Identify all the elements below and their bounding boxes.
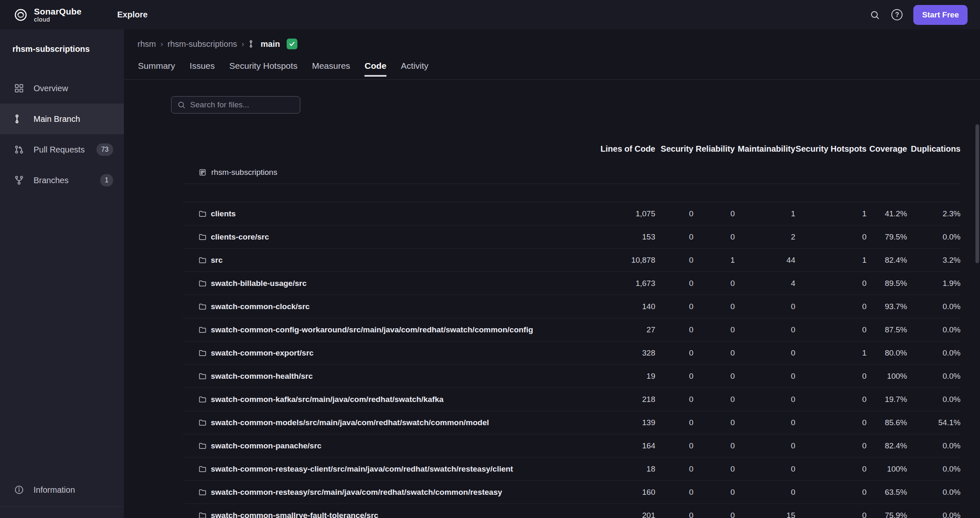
folder-name-link[interactable]: clients bbox=[211, 209, 236, 218]
table-spacer-row bbox=[183, 184, 961, 202]
nav-explore[interactable]: Explore bbox=[117, 10, 147, 19]
tab-activity[interactable]: Activity bbox=[401, 61, 429, 77]
coverage-value: 19.7% bbox=[867, 395, 907, 404]
security-value: 0 bbox=[655, 302, 693, 311]
tab-summary[interactable]: Summary bbox=[138, 61, 175, 77]
sidebar-item-branches[interactable]: Branches 1 bbox=[0, 165, 124, 196]
tab-security-hotspots[interactable]: Security Hotspots bbox=[229, 61, 298, 77]
sidebar-project-title: rhsm-subscriptions bbox=[0, 29, 124, 54]
folder-name-link[interactable]: swatch-common-config-workaround/src/main… bbox=[211, 325, 533, 334]
branch-name: main bbox=[261, 39, 280, 49]
tab-code[interactable]: Code bbox=[364, 61, 386, 77]
folder-name-link[interactable]: swatch-billable-usage/src bbox=[211, 279, 307, 288]
breadcrumb-org[interactable]: rhsm bbox=[138, 39, 156, 49]
table-row[interactable]: clients-core/src 153 0 0 2 0 79.5% 0.0% bbox=[183, 225, 961, 249]
project-icon bbox=[198, 168, 207, 177]
folder-name-link[interactable]: swatch-common-models/src/main/java/com/r… bbox=[211, 418, 489, 427]
duplications-value: 0.0% bbox=[907, 232, 961, 242]
brand-sub: cloud bbox=[34, 16, 82, 23]
folder-icon bbox=[198, 511, 207, 518]
code-content: Lines of Code Security Reliability Maint… bbox=[124, 80, 980, 518]
table-row[interactable]: swatch-common-health/src 19 0 0 0 0 100%… bbox=[183, 365, 961, 388]
table-row[interactable]: swatch-common-export/src 328 0 0 0 1 80.… bbox=[183, 341, 961, 365]
sonarqube-logo[interactable]: SonarQube cloud bbox=[12, 7, 82, 23]
topbar-right: ? Start Free bbox=[869, 5, 968, 25]
security-value: 0 bbox=[655, 349, 693, 358]
folder-name-link[interactable]: swatch-common-kafka/src/main/java/com/re… bbox=[211, 395, 444, 404]
table-row[interactable]: swatch-common-kafka/src/main/java/com/re… bbox=[183, 388, 961, 411]
security-hotspots-value: 0 bbox=[795, 511, 867, 518]
table-row[interactable]: swatch-common-smallrye-fault-tolerance/s… bbox=[183, 504, 961, 518]
folder-cell: clients bbox=[183, 209, 593, 218]
reliability-value: 0 bbox=[693, 395, 735, 404]
folder-name-link[interactable]: swatch-common-smallrye-fault-tolerance/s… bbox=[211, 511, 378, 518]
folder-name-link[interactable]: swatch-common-export/src bbox=[211, 349, 314, 358]
tab-measures[interactable]: Measures bbox=[312, 61, 350, 77]
reliability-value: 0 bbox=[693, 372, 735, 381]
folder-name-link[interactable]: src bbox=[211, 256, 223, 265]
breadcrumb-project[interactable]: rhsm-subscriptions bbox=[167, 39, 237, 49]
security-hotspots-value: 0 bbox=[795, 325, 867, 334]
table-row[interactable]: swatch-common-clock/src 140 0 0 0 0 93.7… bbox=[183, 295, 961, 318]
duplications-value: 0.0% bbox=[907, 441, 961, 450]
table-row[interactable]: swatch-common-resteasy/src/main/java/com… bbox=[183, 481, 961, 504]
table-row[interactable]: swatch-common-config-workaround/src/main… bbox=[183, 318, 961, 341]
maintainability-value: 0 bbox=[735, 395, 795, 404]
security-hotspots-value: 0 bbox=[795, 488, 867, 497]
folder-cell: swatch-common-config-workaround/src/main… bbox=[183, 325, 593, 334]
table-row[interactable]: swatch-common-resteasy-client/src/main/j… bbox=[183, 457, 961, 481]
help-icon[interactable]: ? bbox=[891, 9, 903, 20]
table-row[interactable]: swatch-common-models/src/main/java/com/r… bbox=[183, 411, 961, 434]
folder-icon bbox=[198, 326, 207, 334]
sidebar-item-main-branch[interactable]: Main Branch bbox=[0, 104, 124, 134]
maintainability-value: 0 bbox=[735, 302, 795, 311]
security-hotspots-value: 0 bbox=[795, 395, 867, 404]
search-icon[interactable] bbox=[869, 9, 881, 21]
scrollbar-thumb[interactable] bbox=[975, 124, 979, 263]
folder-name-link[interactable]: swatch-common-clock/src bbox=[211, 302, 310, 311]
lines-of-code-value: 19 bbox=[593, 372, 655, 381]
folder-icon bbox=[198, 256, 207, 264]
maintainability-value: 2 bbox=[735, 232, 795, 242]
sidebar-item-overview[interactable]: Overview bbox=[0, 73, 124, 104]
folder-icon bbox=[198, 465, 207, 473]
reliability-value: 0 bbox=[693, 302, 735, 311]
folder-name-link[interactable]: swatch-common-panache/src bbox=[211, 441, 321, 450]
sonarqube-logo-icon bbox=[12, 7, 29, 23]
table-row[interactable]: swatch-common-panache/src 164 0 0 0 0 82… bbox=[183, 434, 961, 457]
security-hotspots-value: 0 bbox=[795, 302, 867, 311]
folder-cell: swatch-common-resteasy-client/src/main/j… bbox=[183, 465, 593, 474]
table-row[interactable]: swatch-billable-usage/src 1,673 0 0 4 0 … bbox=[183, 272, 961, 295]
folder-cell: swatch-common-clock/src bbox=[183, 302, 593, 311]
security-hotspots-value: 0 bbox=[795, 441, 867, 450]
tab-issues[interactable]: Issues bbox=[190, 61, 215, 77]
reliability-value: 1 bbox=[693, 256, 735, 265]
folder-name-link[interactable]: swatch-common-health/src bbox=[211, 372, 313, 381]
maintainability-value: 0 bbox=[735, 325, 795, 334]
project-root-name: rhsm-subscriptions bbox=[211, 168, 277, 177]
branch-selector[interactable]: main bbox=[249, 39, 280, 49]
start-free-button[interactable]: Start Free bbox=[913, 5, 968, 25]
security-value: 0 bbox=[655, 418, 693, 427]
sidebar-item-label: Overview bbox=[34, 84, 68, 93]
folder-name-link[interactable]: clients-core/src bbox=[211, 232, 269, 242]
sidebar-item-pull-requests[interactable]: Pull Requests 73 bbox=[0, 134, 124, 165]
reliability-value: 0 bbox=[693, 232, 735, 242]
sidebar-item-information[interactable]: Information bbox=[0, 482, 124, 498]
maintainability-value: 44 bbox=[735, 256, 795, 265]
table-row[interactable]: src 10,878 0 1 44 1 82.4% 3.2% bbox=[183, 249, 961, 272]
folder-icon bbox=[198, 349, 207, 357]
branch-icon bbox=[249, 40, 257, 48]
folder-name-link[interactable]: swatch-common-resteasy-client/src/main/j… bbox=[211, 465, 513, 474]
folder-name-link[interactable]: swatch-common-resteasy/src/main/java/com… bbox=[211, 488, 502, 497]
table-row[interactable]: clients 1,075 0 0 1 1 41.2% 2.3% bbox=[183, 202, 961, 225]
security-value: 0 bbox=[655, 395, 693, 404]
project-root-row[interactable]: rhsm-subscriptions bbox=[183, 161, 961, 184]
file-search-input[interactable] bbox=[190, 100, 294, 109]
pull-request-icon bbox=[14, 144, 25, 155]
duplications-value: 3.2% bbox=[907, 256, 961, 265]
tab-bar: Summary Issues Security Hotspots Measure… bbox=[138, 61, 428, 77]
folder-icon bbox=[198, 210, 207, 218]
folder-icon bbox=[198, 395, 207, 404]
coverage-value: 82.4% bbox=[867, 256, 907, 265]
